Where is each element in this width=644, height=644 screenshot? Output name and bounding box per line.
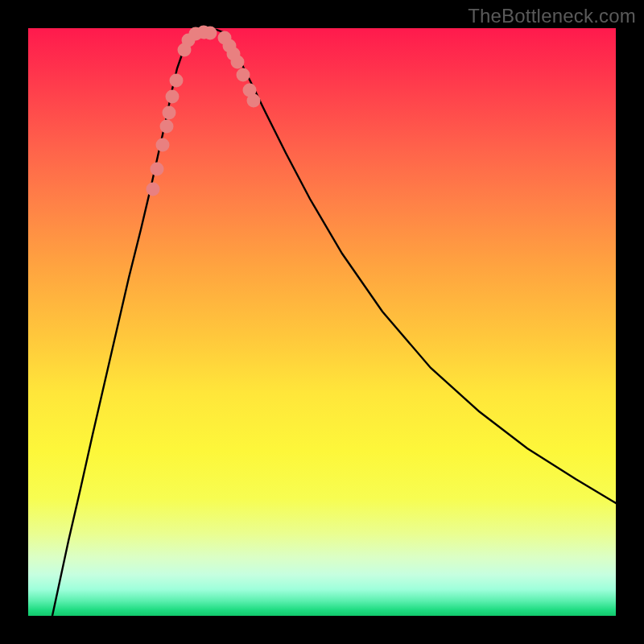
data-point-dot <box>170 74 184 88</box>
data-point-dot <box>237 68 250 82</box>
watermark-text: TheBottleneck.com <box>468 5 636 27</box>
data-point-dot <box>166 90 180 104</box>
bottleneck-curve <box>28 28 616 616</box>
data-point-dot <box>151 163 164 176</box>
data-point-dot <box>163 106 176 120</box>
data-point-dot <box>160 120 174 134</box>
data-point-dot <box>247 94 261 108</box>
data-point-dot <box>156 138 170 152</box>
chart-frame: TheBottleneck.com <box>0 0 644 644</box>
plot-area <box>28 28 616 616</box>
data-point-dot <box>147 183 160 196</box>
data-point-dot <box>204 27 217 40</box>
data-point-dot <box>231 56 245 69</box>
